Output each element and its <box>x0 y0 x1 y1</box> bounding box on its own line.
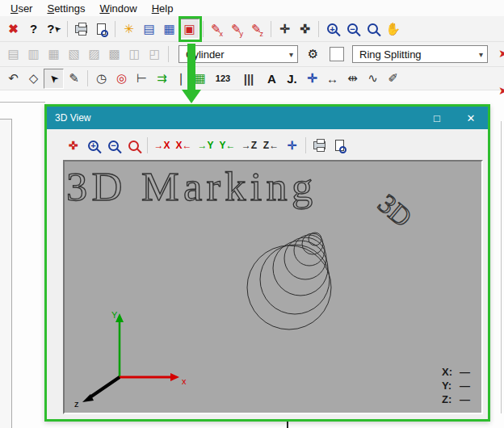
zoom-window-button[interactable] <box>363 19 383 39</box>
spline-tool-button[interactable]: ∿ <box>363 69 383 89</box>
barcode-icon: ||| <box>244 72 254 86</box>
axis-triad: Y x z <box>71 308 192 409</box>
align-button-1[interactable]: ▤ <box>3 44 23 65</box>
rotate-z-plus-button[interactable]: →Z <box>238 136 260 155</box>
draw-pen-icon: ✎ <box>69 71 79 86</box>
axis-y-label: Y <box>111 310 118 320</box>
print-3d-button[interactable] <box>309 136 330 155</box>
3d-viewport[interactable]: 3D Marking 3D <box>63 160 483 414</box>
align-icon-2: ▥ <box>27 47 39 61</box>
align-button-2[interactable]: ▥ <box>23 44 44 65</box>
rotate-x-minus-button[interactable]: X← <box>173 136 195 155</box>
align-button-6[interactable]: ▩ <box>104 44 124 65</box>
minus-sign: − <box>350 24 355 34</box>
separator <box>271 21 271 37</box>
arrow-right-icon: → <box>242 141 251 150</box>
rotate-x-plus-button[interactable]: →X <box>151 136 173 155</box>
barcode-button[interactable]: ||| <box>236 69 262 89</box>
align-button-5[interactable]: ▨ <box>84 44 104 65</box>
wireframe-rings <box>226 226 368 333</box>
plus-sign: + <box>90 141 95 150</box>
rotate-z-minus-button[interactable]: Z← <box>260 136 282 155</box>
align-button-7[interactable]: ◫ <box>124 44 145 65</box>
width-tool-button[interactable]: ↔ <box>322 69 342 89</box>
axis-z-edit-button[interactable]: ✎z <box>247 19 267 39</box>
delete-button[interactable]: ✖ <box>3 19 23 39</box>
kerning-tool-button[interactable]: ⇹ <box>342 69 363 89</box>
zoom-in-3d-button[interactable]: + <box>83 136 103 155</box>
zoom-reset-3d-button[interactable] <box>124 136 144 155</box>
separator <box>67 21 68 37</box>
edit-node-button[interactable]: ✐ <box>383 69 403 89</box>
zoom-window-icon <box>368 23 378 34</box>
mark-button[interactable]: ✳ <box>119 19 139 39</box>
docked-icon-2[interactable]: ➤ <box>498 84 504 97</box>
coord-z-label: Z: <box>442 392 460 406</box>
undo-button[interactable]: ↶ <box>3 69 23 89</box>
color-swatch-button[interactable] <box>330 47 344 61</box>
move-dots-button[interactable]: ✜ <box>295 19 315 39</box>
move-view-button[interactable]: ✛ <box>282 136 302 155</box>
print-button[interactable] <box>71 19 91 39</box>
input-port-button[interactable]: ⊢ <box>132 69 152 89</box>
window-titlebar[interactable]: 3D View □ ✕ <box>47 107 488 129</box>
serial-number-button[interactable]: 123 <box>210 69 236 89</box>
x-label: X <box>163 141 170 150</box>
menu-user[interactable]: User <box>3 1 40 16</box>
axis-z-label: z <box>74 399 79 409</box>
select-tool-button[interactable]: ➤ <box>44 69 64 89</box>
axis-y-edit-button[interactable]: ✎y <box>227 19 247 39</box>
align-button-4[interactable]: ▧ <box>64 44 84 65</box>
menu-help[interactable]: Help <box>145 1 181 16</box>
pan-button[interactable]: ✋ <box>383 19 403 39</box>
close-button[interactable]: ✕ <box>454 107 488 129</box>
print-preview-button[interactable] <box>91 19 111 39</box>
context-help-button[interactable]: ?➤ <box>44 19 64 39</box>
shape-settings-button[interactable]: ⚙ <box>303 44 323 65</box>
align-button-8[interactable]: ◰ <box>145 44 165 65</box>
view-3d-button[interactable]: ▣ <box>179 19 200 39</box>
font-tool-button[interactable]: J. <box>282 69 302 89</box>
move-cross-button[interactable]: ✛ <box>275 19 295 39</box>
align-button-3[interactable]: ▦ <box>44 44 64 65</box>
view-grid-button[interactable]: ▦ <box>159 19 179 39</box>
shape-type-select[interactable]: Cylinder ▾ <box>178 45 298 63</box>
print-preview-3d-button[interactable] <box>330 136 350 155</box>
help-button[interactable]: ? <box>23 19 44 39</box>
view-outline-button[interactable]: ▤ <box>139 19 159 39</box>
menu-settings[interactable]: Settings <box>40 1 92 16</box>
docked-icon-1[interactable]: ➤ <box>498 47 504 60</box>
separator <box>147 137 148 153</box>
zoom-out-button[interactable]: − <box>342 19 363 39</box>
maximize-button[interactable]: □ <box>420 107 454 129</box>
menu-window[interactable]: Window <box>92 1 144 16</box>
pan-3d-button[interactable]: ✜ <box>63 136 83 155</box>
delete-icon: ✖ <box>8 22 19 36</box>
output-port-button[interactable]: ⇉ <box>152 69 172 89</box>
zoom-in-button[interactable]: + <box>322 19 342 39</box>
rotate-y-plus-button[interactable]: →Y <box>195 136 216 155</box>
axis-x-edit-button[interactable]: ✎x <box>207 19 227 39</box>
point-tool-button[interactable]: ◎ <box>111 69 132 89</box>
pan-cross-icon: ✜ <box>69 139 78 152</box>
app-window: User Settings Window Help ✖ ? ?➤ ✳ ▤ ▦ ▣… <box>0 0 504 428</box>
left-ruler <box>0 119 12 428</box>
undo-icon: ↶ <box>8 71 19 86</box>
gear-icon: ⚙ <box>308 47 318 61</box>
menu-bar: User Settings Window Help <box>0 0 504 16</box>
timer-button[interactable]: ◷ <box>91 69 111 89</box>
shape-tool-button[interactable]: ◇ <box>23 69 44 89</box>
zoom-in-icon: + <box>88 141 99 151</box>
axis-y-label: y <box>240 30 244 38</box>
toolbar-standard: ✖ ? ?➤ ✳ ▤ ▦ ▣ ✎x ✎y ✎z ✛ ✜ + − ✋ <box>0 16 504 42</box>
split-mode-select[interactable]: Ring Splitting ▾ <box>352 45 488 63</box>
text-tool-button[interactable]: A <box>262 69 282 89</box>
rotate-y-minus-button[interactable]: Y← <box>216 136 238 155</box>
draw-tool-button[interactable]: ✎ <box>64 69 84 89</box>
align-icon-6: ▩ <box>108 47 120 61</box>
coordinate-readout: X: — Y: — Z: — <box>442 365 470 406</box>
text-a-icon: A <box>267 72 276 86</box>
coord-z: Z: — <box>442 392 470 406</box>
move-object-button[interactable]: ✛ <box>302 69 322 89</box>
zoom-out-3d-button[interactable]: − <box>103 136 124 155</box>
